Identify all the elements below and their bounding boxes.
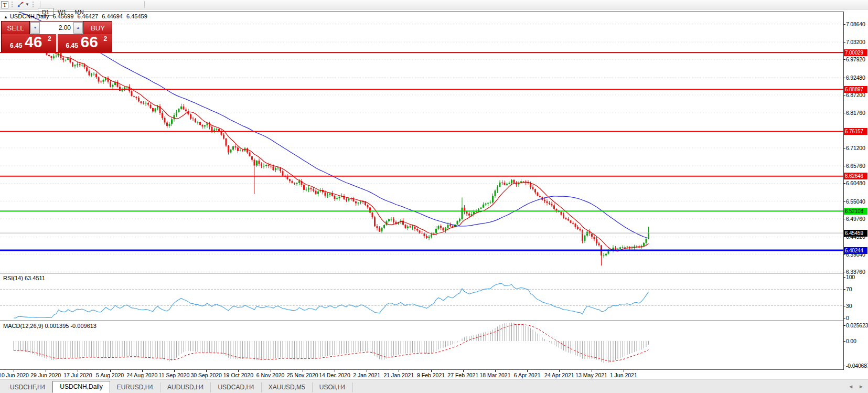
rsi-axis-label: 0 — [846, 315, 849, 321]
price-arrows-icon[interactable] — [17, 1, 25, 8]
toolbar-separator — [144, 1, 145, 8]
text-tool-button[interactable]: T — [1, 1, 8, 8]
price-axis-label: 6.49760 — [846, 216, 865, 222]
price-axis-tick — [843, 254, 845, 255]
timeframe-m15[interactable]: M15 — [70, 0, 90, 1]
price-axis-tick — [843, 42, 845, 43]
chart-tab-eurusd-h4[interactable]: EURUSD,H4 — [110, 383, 160, 392]
price-axis: 7.086407.032006.979206.924806.872006.817… — [843, 0, 868, 393]
price-level-tag: 6.52108 — [844, 208, 867, 215]
buy-price-box[interactable]: 6.45 66 2 — [58, 34, 112, 52]
price-axis-label: 6.92480 — [846, 75, 865, 81]
price-axis-tick — [843, 183, 845, 184]
chart-top-border — [0, 12, 843, 12]
volume-increase-button[interactable]: ▲ — [73, 22, 83, 34]
macd-separator[interactable] — [0, 321, 843, 321]
price-level-tag: 6.88897 — [844, 86, 867, 93]
rsi-axis-label: 70 — [846, 286, 852, 292]
chart-tab-usoil-h4[interactable]: USOil,H4 — [313, 383, 353, 392]
price-chart[interactable] — [0, 12, 843, 273]
trade-panel-prices: 6.45 46 2 6.45 66 2 — [2, 34, 112, 52]
macd-name: MACD(12,26,9) — [3, 323, 43, 329]
sell-price-box[interactable]: 6.45 46 2 — [2, 34, 56, 52]
price-axis-tick — [843, 59, 845, 60]
macd-signal-value: -0.009613 — [70, 323, 97, 329]
price-level-tag: 6.40244 — [844, 247, 867, 254]
price-level-tag: 6.76157 — [844, 128, 867, 135]
date-axis-label: 1 Jun 2021 — [603, 372, 645, 378]
macd-axis-label: -0.040687 — [846, 363, 868, 369]
ohlc-low: 6.44694 — [102, 13, 123, 19]
timeframe-h4[interactable]: H4 — [125, 0, 141, 1]
volume-input[interactable] — [40, 24, 73, 32]
toolbar-grip — [12, 2, 14, 7]
chart-tab-bar: USDCHF,H4USDCNH,DailyEURUSD,H4AUDUSD,H4U… — [0, 379, 868, 393]
chart-tab-usdcnh-daily[interactable]: USDCNH,Daily — [52, 381, 110, 393]
buy-price-digits: 66 — [81, 33, 98, 51]
chart-tab-usdchf-h4[interactable]: USDCHF,H4 — [3, 383, 52, 392]
rsi-axis-tick — [843, 289, 845, 290]
price-axis-tick — [843, 219, 845, 219]
rsi-value: 63.4511 — [25, 275, 45, 281]
price-axis-tick — [843, 148, 845, 148]
chart-tab-usdcad-h4[interactable]: USDCAD,H4 — [211, 383, 261, 392]
one-click-trading-panel: SELL ▼ ▲ BUY 6.45 46 2 6.45 66 2 — [1, 21, 112, 52]
rsi-separator[interactable] — [0, 273, 843, 273]
toolbar: T ▼ M1M5M15M30H1H4D1W1MN — [0, 0, 868, 9]
price-level-tag: 6.45459 — [844, 230, 867, 237]
price-level-tag: 6.62646 — [844, 173, 867, 179]
price-axis-tick — [843, 113, 845, 113]
rsi-name: RSI(14) — [3, 275, 23, 281]
timeframe-m1[interactable]: M1 — [38, 0, 54, 1]
price-axis-label: 6.87200 — [846, 92, 865, 98]
rsi-axis-label: 100 — [846, 274, 855, 280]
macd-chart[interactable] — [0, 321, 843, 369]
rsi-label: RSI(14) 63.4511 — [3, 275, 45, 281]
timeframe-m5[interactable]: M5 — [54, 0, 70, 1]
price-axis-label: 6.60480 — [846, 180, 865, 186]
volume-stepper: ▼ ▲ — [30, 22, 83, 34]
toolbar-grip — [33, 2, 35, 7]
macd-axis-label: 0.025623 — [846, 322, 868, 328]
price-axis-tick — [843, 237, 845, 237]
price-axis-label: 7.08640 — [846, 21, 865, 27]
price-axis-label: 6.65760 — [846, 163, 865, 169]
macd-axis-label: 0.00 — [846, 338, 856, 344]
macd-label: MACD(12,26,9) 0.001395 -0.009613 — [3, 323, 97, 329]
rsi-axis-tick — [843, 318, 845, 318]
toolbar-separator — [40, 1, 40, 8]
chevron-down-icon[interactable]: ▼ — [25, 2, 29, 7]
ohlc-close: 6.45459 — [126, 13, 147, 19]
chart-title: ▲USDCNH,Daily 6.45699 6.46427 6.44694 6.… — [4, 13, 149, 19]
mt4-window: { "toolbar": { "text_tool_label": "T", "… — [0, 0, 868, 393]
chart-tab-xauusd-m5[interactable]: XAUUSD,M5 — [262, 383, 313, 392]
buy-price-pip: 2 — [104, 35, 108, 43]
date-axis: 10 Jun 202029 Jun 202017 Jul 20205 Aug 2… — [0, 370, 868, 379]
chart-tab-audusd-h4[interactable]: AUDUSD,H4 — [160, 383, 211, 392]
price-axis-tick — [843, 95, 845, 95]
macd-main-value: 0.001395 — [45, 323, 69, 329]
rsi-axis-tick — [843, 277, 845, 278]
one-click-trading-toggle-icon[interactable]: ▲ — [4, 15, 8, 19]
price-axis-tick — [843, 166, 845, 166]
price-axis-label: 6.55040 — [846, 198, 865, 205]
price-axis-label: 6.97920 — [846, 56, 865, 62]
timeframe-m30[interactable]: M30 — [90, 0, 110, 1]
rsi-axis-tick — [843, 306, 845, 306]
sell-price-digits: 46 — [25, 33, 42, 51]
price-axis-tick — [843, 78, 845, 78]
timeframe-h1[interactable]: H1 — [110, 0, 125, 1]
buy-button[interactable]: BUY — [83, 22, 112, 34]
volume-decrease-button[interactable]: ▼ — [30, 22, 40, 34]
macd-axis-tick — [843, 341, 845, 342]
sell-price-prefix: 6.45 — [10, 42, 22, 49]
price-axis-label: 6.71200 — [846, 145, 865, 151]
trade-panel-top-row: SELL ▼ ▲ BUY — [2, 22, 112, 34]
symbol-title: USDCNH,Daily — [10, 13, 49, 19]
sell-button[interactable]: SELL — [2, 22, 30, 34]
rsi-chart[interactable] — [0, 273, 843, 321]
ohlc-high: 6.46427 — [77, 13, 98, 19]
price-level-tag: 7.00029 — [844, 49, 867, 56]
price-axis-tick — [843, 24, 845, 25]
price-axis-tick — [843, 201, 845, 202]
